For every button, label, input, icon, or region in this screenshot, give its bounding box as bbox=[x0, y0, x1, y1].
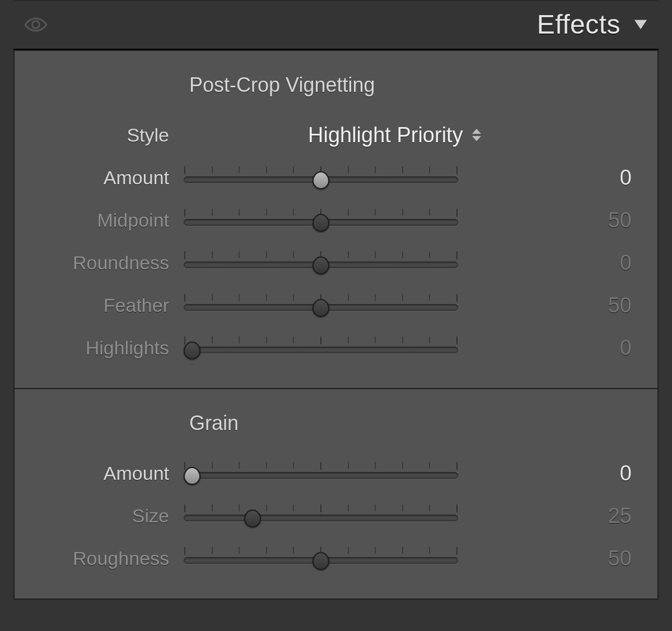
grain-roughness-value[interactable]: 50 bbox=[567, 546, 634, 571]
vignette-amount-row: Amount0 bbox=[38, 156, 634, 199]
panel-header: Effects bbox=[13, 0, 659, 50]
effects-body: Post-Crop Vignetting Style Highlight Pri… bbox=[13, 50, 659, 600]
panel-collapse-icon[interactable] bbox=[633, 18, 648, 31]
grain-size-label: Size bbox=[38, 505, 184, 527]
vignette-feather-slider[interactable] bbox=[184, 294, 458, 316]
vignette-midpoint-label: Midpoint bbox=[38, 209, 184, 231]
slider-thumb-icon[interactable] bbox=[312, 171, 330, 190]
panel-title[interactable]: Effects bbox=[537, 9, 620, 40]
grain-size-slider[interactable] bbox=[184, 504, 458, 527]
vignette-midpoint-row: Midpoint50 bbox=[38, 199, 634, 241]
effects-panel: Effects Post-Crop Vignetting Style Highl… bbox=[13, 0, 659, 600]
grain-size-value[interactable]: 25 bbox=[567, 504, 634, 528]
style-value-text: Highlight Priority bbox=[308, 123, 463, 147]
vignette-highlights-value[interactable]: 0 bbox=[567, 336, 634, 360]
grain-roughness-row: Roughness50 bbox=[38, 537, 634, 579]
style-dropdown[interactable]: Highlight Priority bbox=[308, 123, 481, 147]
grain-roughness-label: Roughness bbox=[38, 548, 184, 569]
grain-title: Grain bbox=[189, 412, 634, 435]
vignette-feather-label: Feather bbox=[38, 295, 184, 316]
vignette-amount-value[interactable]: 0 bbox=[567, 166, 634, 190]
vignette-highlights-row: Highlights0 bbox=[38, 326, 634, 369]
slider-thumb-icon[interactable] bbox=[312, 298, 330, 317]
grain-amount-row: Amount0 bbox=[38, 452, 634, 494]
grain-amount-label: Amount bbox=[38, 462, 184, 484]
vignette-highlights-label: Highlights bbox=[38, 337, 184, 359]
vignette-roundness-slider[interactable] bbox=[184, 251, 458, 274]
vignette-amount-label: Amount bbox=[38, 167, 184, 189]
slider-thumb-icon[interactable] bbox=[312, 256, 330, 275]
vignette-roundness-row: Roundness0 bbox=[38, 241, 634, 284]
grain-size-row: Size25 bbox=[38, 494, 634, 537]
style-label: Style bbox=[38, 124, 184, 146]
slider-thumb-icon[interactable] bbox=[312, 213, 330, 232]
vignette-midpoint-value[interactable]: 50 bbox=[567, 208, 634, 232]
svg-point-0 bbox=[32, 21, 40, 28]
grain-amount-value[interactable]: 0 bbox=[567, 461, 634, 485]
stepper-icon bbox=[472, 129, 481, 141]
grain-amount-slider[interactable] bbox=[184, 462, 458, 484]
visibility-eye-icon[interactable] bbox=[24, 16, 48, 33]
grain-section: Grain Amount0Size25Roughness50 bbox=[15, 389, 657, 599]
slider-thumb-icon[interactable] bbox=[312, 551, 330, 571]
vignette-amount-slider[interactable] bbox=[184, 166, 458, 189]
vignette-title: Post-Crop Vignetting bbox=[189, 73, 634, 97]
vignette-highlights-slider[interactable] bbox=[184, 336, 458, 359]
vignette-feather-value[interactable]: 50 bbox=[567, 293, 634, 317]
vignette-roundness-label: Roundness bbox=[38, 252, 184, 274]
vignette-midpoint-slider[interactable] bbox=[184, 209, 458, 231]
slider-thumb-icon[interactable] bbox=[183, 466, 201, 485]
grain-roughness-slider[interactable] bbox=[184, 547, 458, 569]
vignette-section: Post-Crop Vignetting Style Highlight Pri… bbox=[15, 51, 657, 389]
vignette-roundness-value[interactable]: 0 bbox=[567, 251, 634, 275]
slider-thumb-icon[interactable] bbox=[183, 341, 201, 360]
slider-thumb-icon[interactable] bbox=[244, 509, 262, 528]
vignette-feather-row: Feather50 bbox=[38, 284, 634, 326]
style-row: Style Highlight Priority bbox=[38, 114, 634, 156]
